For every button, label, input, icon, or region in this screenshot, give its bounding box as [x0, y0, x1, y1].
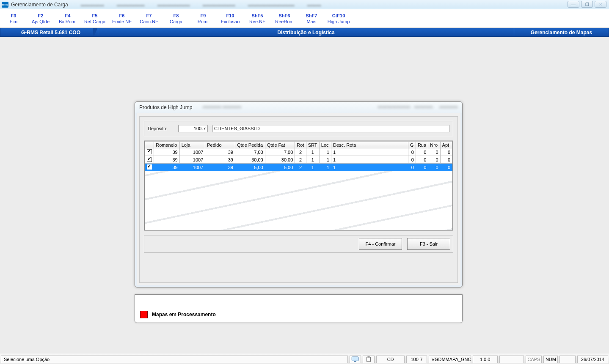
function-key-menu: F3Fim F2Ajs.Qtde F4Bx.Rom. F5Ref.Carga F…: [0, 9, 609, 28]
col-check[interactable]: [145, 142, 154, 148]
col-apt[interactable]: Apt: [440, 142, 452, 148]
workspace: Produtos de High Jump ▬▬▬▬ ▬▬▬▬▬▬▬▬▬▬▬ ▬…: [0, 37, 609, 352]
window-title: Gerenciamento de Carga: [11, 2, 68, 8]
products-grid[interactable]: Romaneio Loja Pedido Qtde Pedida Qtde Fa…: [144, 141, 453, 230]
fkey-shf6-reerom[interactable]: ShF6ReeRom: [271, 9, 298, 27]
status-program: VGDMMAPA_GNC: [429, 356, 471, 363]
status-bar: Selecione uma Opção CD 100-7 VGDMMAPA_GN…: [0, 354, 609, 364]
fkey-shf5-reenf[interactable]: ShF5Ree.NF: [244, 9, 271, 27]
fkey-f9-rom[interactable]: F9Rom.: [190, 9, 217, 27]
table-row[interactable]: 391007397,007,0021110000: [145, 148, 452, 156]
status-caps: CAPS: [526, 356, 542, 363]
fkey-f10-exclusao[interactable]: F10Exclusão: [217, 9, 244, 27]
col-srt[interactable]: SRT: [306, 142, 319, 148]
status-hint: Selecione uma Opção: [1, 356, 348, 363]
grid-header: Romaneio Loja Pedido Qtde Pedida Qtde Fa…: [145, 142, 452, 148]
col-loc[interactable]: Loc: [319, 142, 331, 148]
ribbon-module: Distribuição e Logística: [98, 28, 514, 37]
col-qtde-pedida[interactable]: Qtde Pedida: [235, 142, 265, 148]
fkey-shf7-mais[interactable]: ShF7Mais: [298, 9, 325, 27]
exit-button[interactable]: F3 - Sair: [407, 238, 450, 250]
fkey-f8-carga[interactable]: F8Carga: [163, 9, 190, 27]
status-date: 26/07/2014: [577, 356, 608, 363]
col-nro[interactable]: Nro: [428, 142, 440, 148]
fkey-f6-emitenf[interactable]: F6Emite NF: [108, 9, 135, 27]
status-clipboard-icon[interactable]: [363, 356, 374, 363]
status-version: 1.0.0: [473, 356, 498, 363]
fkey-f3-fim[interactable]: F3Fim: [0, 9, 27, 27]
row-checkbox[interactable]: [145, 148, 154, 156]
col-qtde-fat[interactable]: Qtde Fat: [265, 142, 295, 148]
ribbon-app-name: G-RMS Retail 5.681 COO: [0, 28, 98, 37]
svg-rect-0: [352, 356, 358, 361]
status-deposito: 100-7: [406, 356, 427, 363]
close-button[interactable]: ✕: [595, 1, 606, 8]
fkey-f4-bxrom[interactable]: F4Bx.Rom.: [54, 9, 81, 27]
status-num: NUM: [543, 356, 558, 363]
title-bar: rms Gerenciamento de Carga ▬▬▬▬▬▬▬▬▬▬▬▬▬…: [0, 0, 609, 9]
deposito-group: Depósito: 100-7 CLIENTES_GIASSI D: [144, 121, 453, 136]
dialog-blurred-bg: ▬▬▬▬ ▬▬▬▬▬▬▬▬▬▬▬ ▬▬▬▬ ▬▬▬▬: [203, 104, 458, 116]
processing-panel: Mapas em Processamento: [135, 294, 463, 323]
svg-rect-1: [354, 361, 356, 362]
maximize-button[interactable]: ❐: [581, 1, 593, 8]
fkey-f2-ajsqtde[interactable]: F2Ajs.Qtde: [27, 9, 54, 27]
svg-rect-3: [367, 356, 369, 358]
col-rua[interactable]: Rua: [416, 142, 428, 148]
dialog-button-bar: F4 - Confirmar F3 - Sair: [144, 235, 453, 253]
status-monitor-icon[interactable]: [350, 356, 361, 363]
deposito-label: Depósito:: [148, 126, 174, 131]
fkey-f7-cancnf[interactable]: F7Canc.NF: [135, 9, 163, 27]
confirm-button[interactable]: F4 - Confirmar: [359, 238, 402, 250]
row-checkbox[interactable]: [145, 164, 154, 171]
col-desc-rota[interactable]: Desc. Rota: [331, 142, 408, 148]
fkey-ctf10-highjump[interactable]: CtF10High Jump: [325, 9, 352, 27]
highjump-products-dialog: Produtos de High Jump ▬▬▬▬ ▬▬▬▬▬▬▬▬▬▬▬ ▬…: [135, 101, 463, 287]
row-checkbox[interactable]: [145, 156, 154, 164]
processing-indicator-icon: [140, 311, 148, 318]
status-cd: CD: [376, 356, 405, 363]
deposito-name-field[interactable]: CLIENTES_GIASSI D: [212, 125, 449, 132]
ribbon: G-RMS Retail 5.681 COO Distribuição e Lo…: [0, 28, 609, 37]
ribbon-screen: Gerenciamento de Mapas: [514, 28, 609, 37]
title-blurred-area: ▬▬▬▬▬▬▬▬▬▬▬▬▬▬▬▬▬▬▬▬▬▬▬▬▬▬▬▬▬▬▬▬▬▬▬▬▬▬: [81, 2, 321, 7]
svg-rect-2: [367, 357, 371, 361]
table-row[interactable]: 3910073930,0030,0021110000: [145, 156, 452, 164]
fkey-f5-refcarga[interactable]: F5Ref.Carga: [81, 9, 108, 27]
deposito-code-field[interactable]: 100-7: [178, 125, 208, 132]
processing-label: Mapas em Processamento: [152, 312, 216, 317]
minimize-button[interactable]: —: [568, 1, 579, 8]
col-romaneio[interactable]: Romaneio: [154, 142, 180, 148]
col-pedido[interactable]: Pedido: [205, 142, 235, 148]
col-rot[interactable]: Rot: [295, 142, 306, 148]
table-row[interactable]: 391007395,005,0021110000: [145, 164, 452, 171]
col-loja[interactable]: Loja: [179, 142, 205, 148]
col-g[interactable]: G: [408, 142, 416, 148]
dialog-title: Produtos de High Jump: [139, 104, 192, 110]
app-icon: rms: [2, 2, 8, 8]
